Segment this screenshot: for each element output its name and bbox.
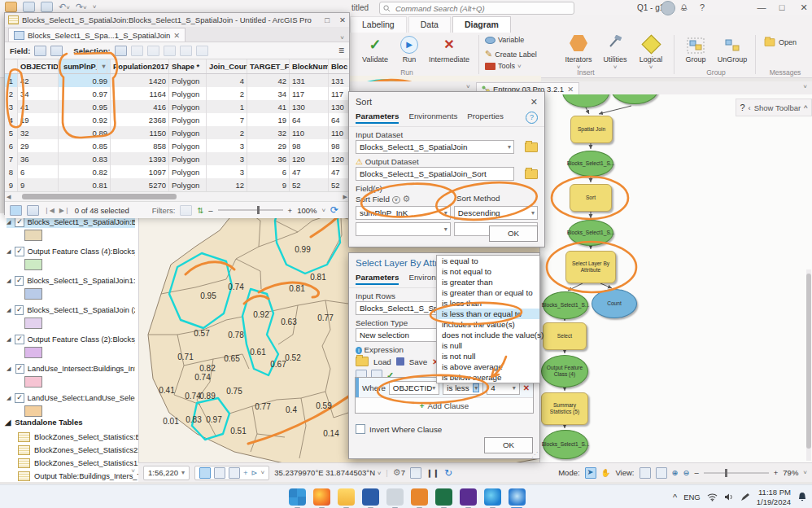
- logical-button[interactable]: Logical˅: [635, 35, 667, 71]
- cell-blocknumber[interactable]: 117: [290, 87, 329, 100]
- form-view-icon[interactable]: [27, 205, 39, 216]
- cell-objectid[interactable]: 29: [18, 139, 59, 152]
- column-header[interactable]: BlockNumber: [290, 59, 329, 73]
- expand-triangle-icon[interactable]: ◢: [7, 336, 11, 343]
- iterators-button[interactable]: Iterators˅: [560, 35, 597, 71]
- model-node[interactable]: Select Layer By Attribute: [565, 251, 616, 283]
- diagram-zoom-percent[interactable]: 79%: [783, 468, 798, 477]
- redo-icon[interactable]: ↷˅: [76, 2, 87, 12]
- zoom-in-icon[interactable]: ⊕: [672, 468, 679, 477]
- dropdown-option[interactable]: is greater than: [437, 277, 539, 287]
- save-icon[interactable]: [23, 2, 35, 12]
- tools-button[interactable]: Tools˅: [485, 62, 522, 70]
- row-number-cell[interactable]: 9: [5, 178, 18, 191]
- standalone-table-item[interactable]: BlockZones_Select_Statistics1:Buil...: [18, 458, 139, 469]
- cell-objectid[interactable]: 36: [18, 152, 59, 165]
- first-record-icon[interactable]: ❘◀: [44, 207, 55, 214]
- project-icon[interactable]: [5, 2, 17, 12]
- cell-objectid[interactable]: 42: [18, 74, 59, 87]
- model-node[interactable]: Count: [592, 289, 637, 318]
- sort-field-combo[interactable]: sumPlnP_InK▾: [356, 206, 451, 220]
- chevron-down-icon[interactable]: ˅: [321, 207, 325, 214]
- geoprocessing-count[interactable]: ⚙7: [393, 467, 405, 478]
- cell-blocknumber2[interactable]: 117: [329, 87, 349, 100]
- cell-target-fid[interactable]: 29: [247, 139, 290, 152]
- expand-triangle-icon[interactable]: ◢: [7, 219, 11, 226]
- cell-shape[interactable]: Polygon: [169, 139, 207, 152]
- zoom-out-table[interactable]: –: [208, 206, 212, 215]
- zoom-out-icon[interactable]: ⊖: [683, 468, 689, 477]
- cell-blocknumber2[interactable]: 98: [329, 139, 349, 152]
- flow-icon[interactable]: ⊳: [251, 468, 258, 477]
- ok-button[interactable]: OK: [484, 437, 533, 453]
- layer-symbol-swatch[interactable]: [24, 347, 42, 358]
- dropdown-option[interactable]: is not null: [437, 351, 539, 361]
- undo-icon[interactable]: ↶˅: [59, 2, 70, 12]
- language-indicator[interactable]: ENG: [683, 493, 701, 501]
- layer-checkbox[interactable]: ✓: [15, 364, 24, 374]
- row-number-cell[interactable]: 6: [5, 139, 18, 152]
- chevron-down-icon[interactable]: ˅: [261, 469, 265, 476]
- standalone-table-item[interactable]: Output Table:Buildings_Inters_Tab...: [18, 471, 139, 482]
- ribbon-tab[interactable]: Data: [408, 16, 451, 33]
- model-node[interactable]: Sort: [570, 184, 612, 212]
- layout-icon[interactable]: [410, 467, 421, 479]
- cell-population[interactable]: 858: [111, 139, 169, 152]
- add-clause-button[interactable]: +Add Clause: [356, 397, 533, 413]
- cell-population[interactable]: 1393: [111, 152, 169, 165]
- restore-button[interactable]: □: [775, 2, 788, 12]
- table-row[interactable]: 4 19 0.92 2368 Polygon 7 19 64 64: [5, 113, 349, 126]
- help-icon[interactable]: ?: [526, 112, 538, 124]
- cell-sum[interactable]: 0.97: [59, 87, 111, 100]
- expand-triangle-icon[interactable]: ◢: [7, 278, 11, 284]
- menu-icon[interactable]: ≡: [338, 45, 344, 56]
- cell-join-count[interactable]: 2: [207, 87, 247, 100]
- column-header-sum[interactable]: sumPlnP_InK ▾: [59, 59, 111, 73]
- cell-sum[interactable]: 0.82: [59, 165, 111, 178]
- cell-population[interactable]: 1164: [111, 87, 169, 100]
- cell-blocknumber[interactable]: 110: [290, 126, 329, 139]
- cell-join-count[interactable]: 4: [207, 74, 247, 87]
- cell-blocknumber2[interactable]: 52: [329, 178, 349, 191]
- refresh-icon[interactable]: ⟳: [330, 204, 338, 216]
- row-number-cell[interactable]: 1: [5, 74, 18, 87]
- save-button[interactable]: Save: [409, 357, 427, 366]
- cell-objectid[interactable]: 32: [18, 126, 59, 139]
- cell-blocknumber2[interactable]: 131: [329, 74, 349, 87]
- cell-population[interactable]: 1097: [111, 165, 169, 178]
- cell-target-fid[interactable]: 42: [247, 74, 290, 87]
- layer-item[interactable]: ◢ ✓ Blocks_Select1_S_SpatialJoin:Bl...: [7, 217, 135, 228]
- dropdown-option[interactable]: is less than: [437, 298, 539, 309]
- cell-blocknumber2[interactable]: 64: [329, 113, 349, 126]
- dropdown-option[interactable]: is greater than or equal to: [437, 287, 539, 298]
- cell-blocknumber2[interactable]: 110: [329, 126, 349, 139]
- browse-folder-icon[interactable]: [525, 169, 538, 179]
- layer-checkbox[interactable]: ✓: [15, 393, 24, 403]
- taskbar-app-icon[interactable]: [435, 488, 452, 506]
- layer-symbol-swatch[interactable]: [24, 288, 42, 300]
- layer-item[interactable]: ◢ ✓ LandUse_Intersect:Buildings_Int...: [7, 363, 135, 374]
- table-row[interactable]: 3 41 0.95 416 Polygon 1 41 130 130: [5, 100, 349, 113]
- cell-population[interactable]: 1150: [111, 126, 169, 139]
- cell-sum[interactable]: 0.81: [59, 178, 111, 191]
- cell-shape[interactable]: Polygon: [169, 87, 207, 100]
- cell-target-fid[interactable]: 32: [247, 126, 290, 139]
- table-zoom-slider[interactable]: [218, 209, 283, 211]
- cell-population[interactable]: 416: [111, 100, 169, 113]
- clear-selection-icon[interactable]: [164, 46, 176, 56]
- cell-target-fid[interactable]: 41: [247, 100, 290, 113]
- dropdown-option[interactable]: includes the value(s): [437, 319, 539, 330]
- cell-join-count[interactable]: 1: [207, 100, 247, 113]
- row-number-cell[interactable]: 4: [5, 113, 18, 126]
- diagram-zoom-slider[interactable]: [704, 472, 769, 474]
- command-search[interactable]: [379, 2, 574, 15]
- cell-shape[interactable]: Polygon: [169, 100, 207, 113]
- cell-blocknumber[interactable]: 47: [290, 165, 329, 178]
- taskbar-app-icon[interactable]: [338, 488, 355, 506]
- row-number-cell[interactable]: 8: [5, 165, 18, 178]
- cell-sum[interactable]: 0.85: [59, 139, 111, 152]
- cell-sum[interactable]: 0.92: [59, 113, 111, 126]
- selection-grid-icon[interactable]: [199, 467, 211, 479]
- cell-join-count[interactable]: 2: [207, 126, 247, 139]
- cell-blocknumber[interactable]: 64: [290, 113, 329, 126]
